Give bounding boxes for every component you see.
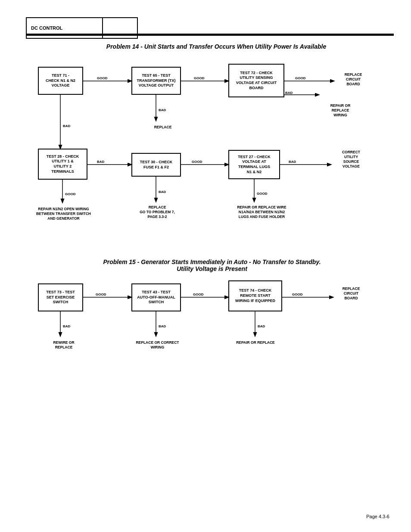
- repair-replace-label: REPAIR OR REPLACE: [234, 340, 277, 345]
- repair-wiring-label: REPAIR OR REPLACE WIRING: [321, 103, 360, 118]
- svg-text:GOOD: GOOD: [194, 76, 205, 80]
- correct-utility-label: CORRECT UTILITY SOURCE VOLTAGE: [332, 150, 371, 169]
- svg-text:GOOD: GOOD: [193, 292, 204, 296]
- svg-text:GOOD: GOOD: [97, 76, 108, 80]
- svg-text:BAD: BAD: [159, 324, 166, 328]
- problem14-title: Problem 14 - Unit Starts and Transfer Oc…: [43, 43, 389, 50]
- svg-text:BAD: BAD: [285, 91, 293, 95]
- test73-box: TEST 73 - TEST SET EXERCISE SWITCH: [38, 283, 83, 311]
- repair-wire-label: REPAIR OR REPLACE WIRE N1A/N2A BETWEEN N…: [224, 205, 299, 219]
- header-black-bar: [26, 34, 394, 36]
- test71-box: TEST 71 - CHECK N1 & N2 VOLTAGE: [38, 67, 83, 95]
- svg-text:BAD: BAD: [63, 324, 71, 328]
- rewire-label: REWIRE OR REPLACE: [47, 340, 81, 350]
- page-number: Page 4.3-6: [366, 514, 389, 519]
- dc-control-label: DC CONTROL: [31, 25, 62, 31]
- svg-text:GOOD: GOOD: [257, 192, 268, 196]
- replace-correct-label: REPLACE OR CORRECT WIRING: [133, 340, 182, 350]
- svg-text:BAD: BAD: [258, 324, 265, 328]
- replace-tx-label: REPLACE: [150, 125, 176, 130]
- test30-box: TEST 30 - CHECK FUSE F1 & F2: [131, 153, 181, 177]
- svg-text:GOOD: GOOD: [96, 292, 106, 296]
- svg-text:BAD: BAD: [159, 108, 166, 112]
- test43-box: TEST 43 - TEST AUTO-OFF-MANUAL SWITCH: [131, 283, 181, 311]
- test74-box: TEST 74 - CHECK REMOTE START WIRING IF E…: [228, 280, 282, 311]
- replace-cb1-label: REPLACE CIRCUIT BOARD: [336, 72, 371, 87]
- problem15-title: Problem 15 - Generator Starts Immediatel…: [34, 258, 389, 272]
- replace-cb2-label: REPLACE CIRCUIT BOARD: [334, 286, 368, 301]
- svg-text:BAD: BAD: [289, 160, 296, 164]
- test65-box: TEST 65 - TEST TRANSFORMER (TX) VOLTAGE …: [131, 67, 181, 95]
- svg-text:BAD: BAD: [97, 160, 105, 164]
- test72-box: TEST 72 - CHECK UTILITY SENSING VOLTAGE …: [228, 64, 284, 97]
- svg-text:GOOD: GOOD: [192, 160, 202, 164]
- test28-box: TEST 28 - CHECK UTILITY 1 & UTILITY 2 TE…: [38, 149, 87, 180]
- replace-fuse-label: REPLACE GO TO PROBLEM 7, PAGE 3.3-2: [134, 205, 181, 219]
- svg-text:GOOD: GOOD: [65, 192, 76, 196]
- svg-text:BAD: BAD: [63, 124, 71, 128]
- svg-text:BAD: BAD: [159, 190, 166, 194]
- repair-n1n2-label: REPAIR N1/N2 OPEN WIRING BETWEEN TRANSFE…: [28, 207, 99, 221]
- svg-text:GOOD: GOOD: [292, 292, 303, 296]
- svg-text:GOOD: GOOD: [295, 76, 306, 80]
- test27-box: TEST 27 - CHECK VOLTAGE AT TERMINAL LUGS…: [228, 150, 280, 179]
